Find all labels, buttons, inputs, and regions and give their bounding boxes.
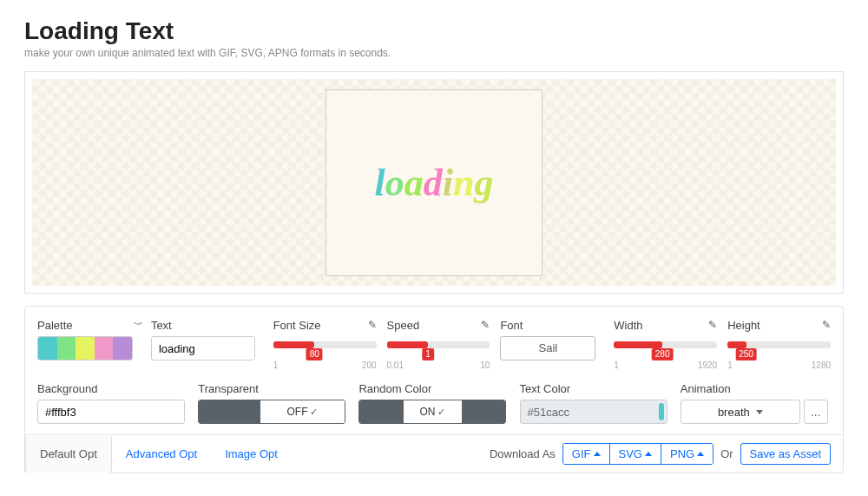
background-input[interactable] (37, 400, 185, 424)
preview-canvas: loading (326, 89, 542, 276)
slider-max: 10 (480, 360, 490, 370)
transparent-state: OFF (286, 406, 307, 418)
text-label: Text (151, 319, 172, 332)
random-color-state: ON (419, 406, 435, 418)
slider-min: 1 (727, 360, 733, 370)
pencil-icon[interactable]: ✎ (481, 319, 490, 331)
speed-label: Speed (387, 319, 420, 332)
preview-char: o (385, 161, 404, 205)
check-icon: ✓ (310, 407, 318, 418)
height-label: Height (727, 319, 760, 332)
animation-select[interactable]: breath (681, 400, 800, 424)
controls-panel: Palette ︾ Text Font Size ✎ (24, 306, 844, 473)
font-select[interactable]: Sail (500, 336, 595, 360)
speed-slider[interactable]: 1 (387, 341, 490, 348)
width-label: Width (614, 319, 642, 332)
text-color-swatch (659, 403, 664, 420)
save-as-asset-button[interactable]: Save as Asset (740, 443, 831, 465)
tab-advanced-opt[interactable]: Advanced Opt (112, 435, 211, 473)
pencil-icon[interactable]: ✎ (822, 319, 831, 331)
bottom-bar: Default Opt Advanced Opt Image Opt Downl… (25, 434, 843, 473)
speed-value: 1 (422, 348, 434, 360)
transparent-label: Transparent (198, 382, 259, 395)
download-svg-button[interactable]: SVG (609, 444, 661, 464)
width-slider[interactable]: 280 (614, 341, 717, 348)
check-icon: ✓ (437, 407, 445, 418)
pencil-icon[interactable]: ✎ (368, 319, 377, 331)
slider-min: 0.01 (387, 360, 404, 370)
font-size-label: Font Size (273, 319, 321, 332)
download-button-group: GIF SVG PNG (562, 443, 713, 465)
font-size-value: 80 (306, 348, 323, 360)
text-input[interactable] (151, 336, 255, 360)
slider-max: 1280 (812, 360, 831, 370)
page-subtitle: make your own unique animated text with … (24, 47, 844, 59)
slider-max: 200 (362, 360, 377, 370)
background-label: Background (37, 382, 97, 395)
random-color-toggle[interactable]: ON✓ (358, 400, 506, 424)
download-gif-button[interactable]: GIF (563, 444, 609, 464)
font-size-slider[interactable]: 80 (273, 341, 377, 348)
tab-default-opt[interactable]: Default Opt (25, 436, 112, 473)
slider-min: 1 (614, 360, 619, 370)
preview-char: g (474, 161, 493, 205)
tab-image-opt[interactable]: Image Opt (211, 435, 292, 473)
slider-min: 1 (273, 360, 279, 370)
random-color-label: Random Color (358, 382, 431, 395)
preview-container: loading (24, 71, 844, 294)
or-text: Or (720, 447, 733, 460)
download-as-label: Download As (490, 447, 556, 460)
width-value: 280 (652, 348, 674, 360)
height-slider[interactable]: 250 (727, 341, 831, 348)
text-color-value: #51cacc (528, 406, 569, 419)
transparent-toggle[interactable]: OFF✓ (198, 400, 345, 424)
preview-char: a (404, 161, 424, 205)
animation-more-button[interactable]: ... (804, 400, 828, 424)
text-color-label: Text Color (520, 382, 571, 395)
pencil-icon[interactable]: ✎ (708, 319, 717, 331)
palette-swatch[interactable] (37, 336, 133, 360)
text-color-input[interactable]: #51cacc (520, 400, 667, 424)
palette-label: Palette (37, 319, 72, 332)
preview-background: loading (32, 79, 836, 286)
preview-char: n (453, 161, 474, 205)
download-png-button[interactable]: PNG (661, 444, 713, 464)
height-value: 250 (735, 348, 757, 360)
slider-max: 1920 (698, 360, 717, 370)
preview-char: i (443, 161, 453, 205)
page-title: Loading Text (24, 17, 844, 45)
font-label: Font (500, 319, 523, 332)
preview-char: d (424, 161, 443, 205)
chevron-down-icon[interactable]: ︾ (134, 320, 141, 330)
preview-char: l (375, 161, 385, 205)
animation-label: Animation (681, 382, 731, 395)
